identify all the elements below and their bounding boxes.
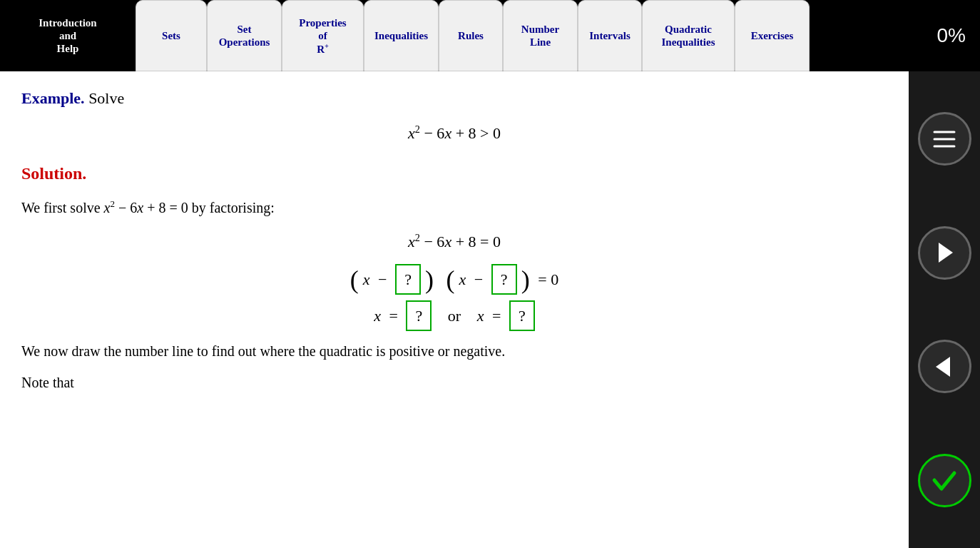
tab-rules-label: Rules xyxy=(458,29,484,42)
tab-number-line[interactable]: NumberLine xyxy=(503,0,578,71)
example-heading: Example. Solve xyxy=(21,86,887,111)
tab-intro-label: IntroductionandHelp xyxy=(39,16,96,55)
sidebar xyxy=(909,71,980,548)
tab-setops-label: SetOperations xyxy=(219,23,270,49)
body-text-2: We now draw the number line to find out … xyxy=(21,340,887,362)
right-paren-2: ) xyxy=(521,267,530,293)
input-box-3[interactable]: ? xyxy=(406,300,432,331)
tab-numberline-label: NumberLine xyxy=(521,23,559,49)
equation-step2: ( x − ? ) ( x − ? ) = 0 xyxy=(21,264,887,295)
tab-quadratic-label: QuadraticInequalities xyxy=(661,23,715,49)
menu-button[interactable] xyxy=(918,112,971,166)
progress-percent: 0% xyxy=(810,0,980,71)
tab-introduction[interactable]: IntroductionandHelp xyxy=(0,0,136,71)
tab-sets-label: Sets xyxy=(162,29,180,42)
input-box-1[interactable]: ? xyxy=(395,264,421,295)
check-icon xyxy=(929,465,960,496)
check-button[interactable] xyxy=(918,454,971,507)
tab-inequalities-label: Inequalities xyxy=(374,29,428,42)
tab-inequalities[interactable]: Inequalities xyxy=(364,0,439,71)
content-area: Example. Solve x2 − 6x + 8 > 0 Solution.… xyxy=(0,71,909,548)
back-icon xyxy=(929,351,960,382)
main-equation: x2 − 6x + 8 > 0 xyxy=(21,121,887,146)
body-text-1: We first solve x2 − 6x + 8 = 0 by factor… xyxy=(21,196,887,219)
tab-set-operations[interactable]: SetOperations xyxy=(207,0,282,71)
back-button[interactable] xyxy=(918,340,971,393)
main-area: Example. Solve x2 − 6x + 8 > 0 Solution.… xyxy=(0,71,980,548)
left-paren-2: ( xyxy=(446,267,455,293)
solution-label: Solution. xyxy=(21,160,887,187)
svg-marker-4 xyxy=(936,357,950,377)
tab-exercises-label: Exercises xyxy=(751,29,794,42)
input-box-2[interactable]: ? xyxy=(491,264,517,295)
input-box-4[interactable]: ? xyxy=(509,300,535,331)
tab-rules[interactable]: Rules xyxy=(439,0,503,71)
body-text-3: Note that xyxy=(21,371,887,394)
tab-intervals[interactable]: Intervals xyxy=(578,0,642,71)
tab-intervals-label: Intervals xyxy=(589,29,631,42)
equation-step1: x2 − 6x + 8 = 0 xyxy=(21,229,887,254)
next-icon xyxy=(929,237,960,268)
tab-properties-label: PropertiesofR+ xyxy=(299,16,346,56)
menu-icon xyxy=(930,125,959,153)
right-paren-1: ) xyxy=(425,267,434,293)
tab-sets[interactable]: Sets xyxy=(136,0,207,71)
svg-marker-3 xyxy=(939,243,953,263)
next-button[interactable] xyxy=(918,226,971,280)
navigation-bar: IntroductionandHelp Sets SetOperations P… xyxy=(0,0,980,71)
left-paren-1: ( xyxy=(350,267,359,293)
equation-step3: x = ? or x = ? xyxy=(21,300,887,331)
tab-quadratic-inequalities[interactable]: QuadraticInequalities xyxy=(642,0,735,71)
tab-properties[interactable]: PropertiesofR+ xyxy=(282,0,364,71)
tab-exercises[interactable]: Exercises xyxy=(735,0,810,71)
